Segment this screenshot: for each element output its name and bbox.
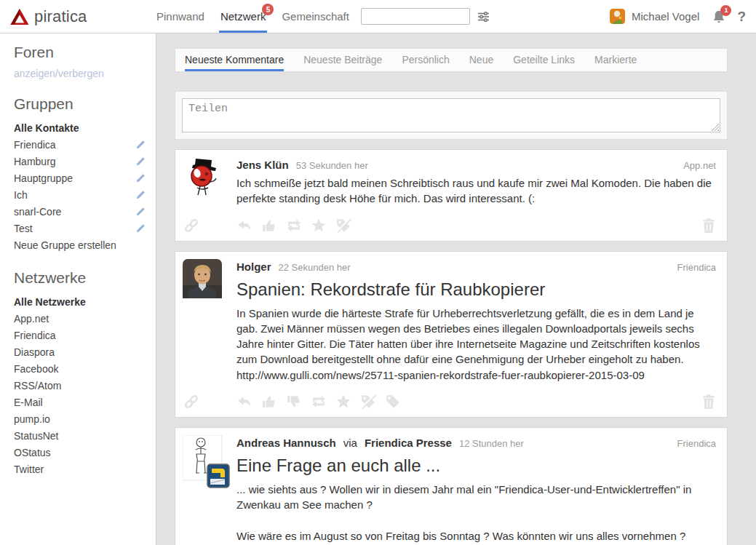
sidebar-item-network-email[interactable]: E-Mail: [14, 394, 156, 410]
post-author-name[interactable]: Holger: [236, 260, 271, 273]
edit-pencil-icon[interactable]: [135, 156, 146, 167]
edit-pencil-icon[interactable]: [135, 223, 146, 234]
edit-pencil-icon[interactable]: [135, 173, 146, 183]
post-title: Eine Frage an euch alle ...: [236, 456, 717, 476]
tab-geteilte-links[interactable]: Geteilte Links: [513, 49, 575, 71]
sidebar-item-alle-kontakte[interactable]: Alle Kontakte: [14, 119, 156, 136]
sidebar-item-network-facebook[interactable]: Facebook: [14, 360, 156, 377]
post-author-avatar[interactable]: [183, 157, 222, 196]
gruppen-list: Alle Kontakte Friendica Hamburg Hauptgru…: [14, 119, 156, 253]
friendica-badge-icon: [207, 464, 229, 488]
permalink-icon[interactable]: [183, 394, 199, 410]
post-body-text: In Spanien wurde die härteste Strafe für…: [236, 306, 717, 367]
post-network-label: Friendica: [677, 262, 716, 273]
post-action-bar: [184, 218, 717, 234]
delete-trash-icon[interactable]: [701, 218, 716, 234]
sidebar-item-gruppe-snarl-core[interactable]: snarl-Core: [14, 203, 156, 220]
thumbs-up-icon[interactable]: [261, 394, 277, 410]
post-holger: Friendica Holger 22 Sekunden her Spanien…: [175, 251, 728, 418]
sidebar-item-network-diaspora[interactable]: Diaspora: [14, 343, 156, 360]
left-sidebar: Foren anzeigen/verbergen Gruppen Alle Ko…: [0, 33, 156, 545]
delete-trash-icon[interactable]: [701, 394, 716, 410]
sidebar-item-network-statusnet[interactable]: StatusNet: [14, 427, 156, 444]
sidebar-item-gruppe-hamburg[interactable]: Hamburg: [14, 153, 156, 170]
main-navigation: Pinnwand Netzwerk5 Gemeinschaft: [156, 0, 349, 33]
thumbs-down-icon[interactable]: [286, 394, 302, 410]
sidebar-item-network-appnet[interactable]: App.net: [14, 310, 156, 327]
sidebar-item-gruppe-test[interactable]: Test: [14, 220, 156, 236]
user-name[interactable]: Michael Vogel: [632, 10, 699, 23]
edit-pencil-icon[interactable]: [135, 207, 146, 217]
retweet-icon[interactable]: [311, 394, 327, 410]
sidebar-item-gruppe-hauptgruppe[interactable]: Hauptgruppe: [14, 170, 156, 186]
edit-pencil-icon[interactable]: [135, 140, 146, 150]
reply-icon[interactable]: [236, 218, 252, 234]
post-timestamp: 22 Sekunden her: [279, 262, 351, 273]
user-avatar[interactable]: [610, 9, 625, 24]
post-jens-kluen: App.net Jens Klün 53 Sekunden her Ich sc…: [175, 149, 728, 242]
sidebar-item-neue-gruppe-erstellen[interactable]: Neue Gruppe erstellen: [14, 236, 156, 253]
top-header: piratica Pinnwand Netzwerk5 Gemeinschaft…: [0, 0, 756, 33]
search-filter-sliders-icon[interactable]: [477, 11, 490, 23]
pirate-triangle-logo-icon: [10, 8, 29, 25]
sidebar-item-gruppe-friendica[interactable]: Friendica: [14, 136, 156, 153]
stream-tabs: Neueste Kommentare Neueste Beiträge Pers…: [175, 48, 728, 72]
search-input[interactable]: [361, 8, 470, 25]
share-textarea[interactable]: [182, 98, 720, 132]
post-body-text: ... wie siehts aus ? Wollen wir in diese…: [236, 482, 717, 513]
post-body-text: Wie wäre es im August so von Freitag bis…: [236, 528, 717, 544]
sidebar-item-network-twitter[interactable]: Twitter: [14, 461, 156, 477]
site-name: piratica: [34, 7, 87, 26]
help-icon[interactable]: ?: [737, 9, 746, 25]
post-body-text: Ich schmeiße jetzt bald meinen Schreibti…: [236, 175, 717, 207]
star-icon[interactable]: [311, 218, 327, 234]
sidebar-item-network-friendica[interactable]: Friendica: [14, 327, 156, 343]
main-content: Neueste Kommentare Neueste Beiträge Pers…: [156, 33, 756, 545]
post-andreas-hannusch: Friendica Andreas Hannusch via Friendica…: [175, 427, 728, 545]
sidebar-item-gruppe-ich[interactable]: Ich: [14, 186, 156, 203]
tab-persoenlich[interactable]: Persönlich: [402, 49, 449, 71]
nav-pinnwand[interactable]: Pinnwand: [156, 0, 204, 33]
retweet-icon[interactable]: [286, 218, 302, 234]
gruppen-heading: Gruppen: [14, 95, 156, 113]
post-author-avatar[interactable]: [183, 259, 222, 298]
foren-toggle-link[interactable]: anzeigen/verbergen: [14, 68, 156, 79]
share-composer: [175, 91, 728, 140]
post-timestamp: 12 Stunden her: [459, 438, 524, 449]
tab-neueste-beitraege[interactable]: Neueste Beiträge: [303, 49, 382, 71]
tab-neue[interactable]: Neue: [469, 49, 493, 71]
notifications-bell-icon[interactable]: 1: [712, 9, 726, 24]
tab-markierte[interactable]: Markierte: [594, 49, 637, 71]
nav-netzwerk[interactable]: Netzwerk5: [220, 0, 266, 33]
foren-heading: Foren: [14, 44, 156, 61]
sidebar-item-network-ostatus[interactable]: OStatus: [14, 444, 156, 461]
site-logo[interactable]: piratica: [10, 7, 156, 26]
via-label: via: [343, 437, 357, 449]
star-icon[interactable]: [335, 394, 351, 410]
netzwerke-list: Alle Netzwerke App.net Friendica Diaspor…: [14, 293, 156, 477]
sidebar-item-network-rss-atom[interactable]: RSS/Atom: [14, 377, 156, 394]
post-author-avatar[interactable]: [183, 435, 222, 474]
post-title: Spanien: Rekordstrafe für Raubkopierer: [236, 279, 717, 300]
tag-icon[interactable]: [385, 394, 401, 410]
tag-slash-icon[interactable]: [360, 394, 376, 410]
sidebar-item-network-pumpio[interactable]: pump.io: [14, 410, 156, 427]
post-action-bar: [184, 394, 717, 410]
post-timestamp: 53 Sekunden her: [296, 160, 368, 171]
tab-neueste-kommentare[interactable]: Neueste Kommentare: [185, 49, 284, 71]
post-network-label: Friendica: [677, 438, 716, 449]
sidebar-item-alle-netzwerke[interactable]: Alle Netzwerke: [14, 293, 156, 310]
post-author-name[interactable]: Jens Klün: [236, 159, 289, 171]
nav-gemeinschaft[interactable]: Gemeinschaft: [282, 0, 349, 33]
post-network-label: App.net: [683, 160, 716, 171]
netzwerke-heading: Netzwerke: [14, 269, 156, 287]
thumbs-up-icon[interactable]: [261, 218, 277, 234]
tag-slash-icon[interactable]: [335, 218, 351, 234]
post-link-url[interactable]: http://www.gulli.com/news/25711-spanien-…: [236, 367, 717, 383]
edit-pencil-icon[interactable]: [135, 190, 146, 200]
post-via-author-name[interactable]: Friendica Presse: [365, 437, 452, 449]
post-author-name[interactable]: Andreas Hannusch: [236, 437, 336, 449]
netzwerk-count-badge: 5: [262, 4, 274, 15]
permalink-icon[interactable]: [183, 218, 199, 234]
reply-icon[interactable]: [236, 394, 252, 410]
